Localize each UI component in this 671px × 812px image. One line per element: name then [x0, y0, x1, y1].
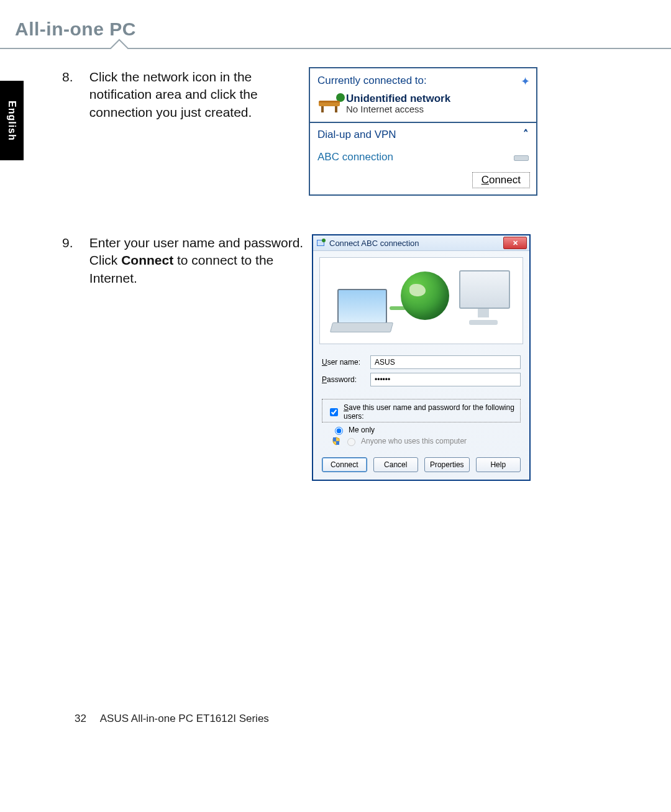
dialog-app-icon — [317, 239, 326, 247]
network-status: No Internet access — [346, 104, 450, 114]
language-tab: English — [0, 81, 24, 160]
connection-label: ABC connection — [317, 151, 393, 163]
flyout-section-header[interactable]: Dial-up and VPN ˄ — [310, 123, 536, 146]
dialog-properties-button[interactable]: Properties — [424, 457, 470, 472]
connect-accel: C — [482, 174, 489, 186]
network-flyout: ✦ Currently connected to: Unidentified n… — [309, 67, 537, 196]
step-text: Click the network icon in the notificati… — [89, 68, 307, 121]
page-footer: 32 ASUS All-in-one PC ET1612I Series — [75, 713, 269, 725]
dialog-help-button[interactable]: Help — [476, 457, 521, 472]
dialog-cancel-button[interactable]: Cancel — [373, 457, 419, 472]
connect-dialog: Connect ABC connection ✕ User name: Pass… — [312, 234, 531, 481]
radio-me-only[interactable]: Me only — [332, 425, 521, 435]
section-label: Dial-up and VPN — [317, 129, 396, 141]
radio-anyone-input[interactable] — [347, 438, 355, 446]
step-number: 8. — [62, 68, 86, 86]
username-label: User name: — [322, 358, 370, 367]
password-label: Password: — [322, 375, 370, 384]
flyout-title: Currently connected to: — [317, 75, 529, 87]
step-number: 9. — [62, 234, 86, 252]
bench-icon — [317, 92, 346, 114]
username-input[interactable] — [370, 355, 521, 369]
network-flyout-icon: ✦ — [521, 75, 530, 88]
step-text-bold: Connect — [121, 253, 173, 267]
close-button[interactable]: ✕ — [503, 237, 527, 249]
step-8: 8. Click the network icon in the notific… — [62, 68, 307, 121]
monitor-icon — [455, 270, 511, 325]
shield-icon — [332, 437, 340, 445]
step-text: Enter your user name and password. Click… — [89, 234, 307, 287]
dialog-title: Connect ABC connection — [329, 239, 419, 248]
modem-icon — [513, 153, 529, 162]
network-name: Unidentified network — [346, 93, 450, 105]
dialog-illustration — [319, 257, 523, 344]
radio-me-only-input[interactable] — [335, 427, 343, 435]
language-label: English — [6, 101, 17, 141]
save-credentials-input[interactable] — [330, 408, 338, 416]
page-number: 32 — [75, 713, 86, 724]
connection-item[interactable]: ABC connection — [310, 146, 536, 168]
svg-rect-1 — [336, 441, 339, 445]
save-credentials-group: Save this user name and password for the… — [322, 399, 521, 422]
connect-rest: onnect — [489, 174, 521, 186]
connect-button[interactable]: Connect — [472, 172, 530, 188]
dialog-connect-button[interactable]: Connect — [322, 457, 367, 472]
globe-icon — [401, 271, 449, 320]
footer-product: ASUS All-in-one PC ET1612I Series — [100, 713, 269, 724]
page-title: All-in-one PC — [15, 19, 136, 40]
chevron-up-icon: ˄ — [523, 128, 529, 141]
step-9: 9. Enter your user name and password. Cl… — [62, 234, 307, 287]
laptop-icon — [331, 289, 391, 332]
password-input[interactable] — [370, 373, 521, 386]
header-rule — [0, 37, 671, 52]
save-credentials-checkbox[interactable]: Save this user name and password for the… — [327, 403, 515, 421]
svg-rect-0 — [333, 437, 336, 442]
radio-anyone[interactable]: Anyone who uses this computer — [332, 436, 521, 446]
dialog-titlebar: Connect ABC connection ✕ — [313, 235, 529, 251]
